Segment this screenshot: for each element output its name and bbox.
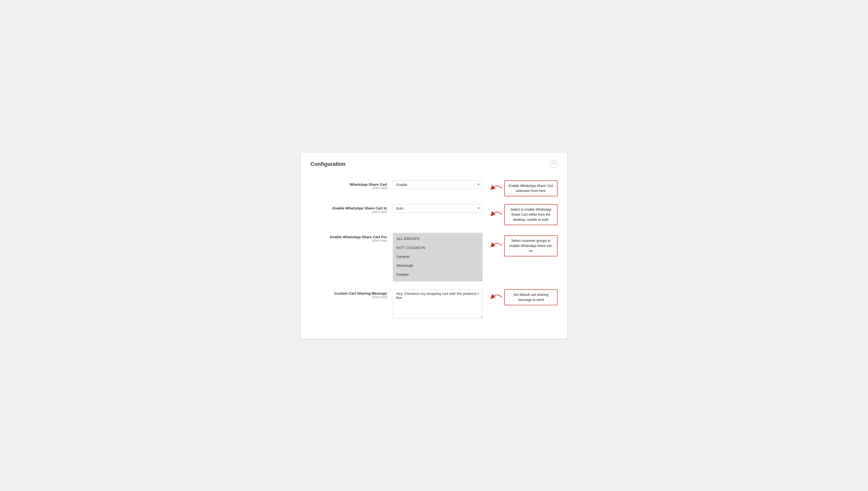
enable-for-control: ALL GROUPS NOT LOGGED IN General Wholesa…	[393, 233, 483, 282]
enable-for-tooltip-group: Select customer groups to enable WhatsAp…	[490, 235, 557, 256]
whatsapp-share-cart-label: WhatsApp Share Cart	[311, 182, 387, 186]
enable-in-select-wrapper: Both Desktop Mobile ▼	[393, 204, 483, 212]
configuration-card: Configuration ⌃ WhatsApp Share Cart [sto…	[301, 152, 567, 339]
enable-for-row: Enable WhatsApp Share Cart For [store vi…	[311, 233, 557, 282]
custom-message-label-col: Custom Cart Sharing Message [store view]	[311, 289, 393, 299]
enable-in-tooltip: Select to enable WhatsApp Share Cart eit…	[504, 204, 557, 225]
custom-message-row: Custom Cart Sharing Message [store view]…	[311, 289, 557, 319]
option-general[interactable]: General	[393, 252, 482, 261]
enable-in-row: Enable WhatsApp Share Cart In [store vie…	[311, 204, 557, 225]
enable-in-select[interactable]: Both Desktop Mobile	[393, 204, 483, 212]
curved-arrow-icon-3	[490, 240, 504, 252]
enable-for-label-col: Enable WhatsApp Share Cart For [store vi…	[311, 233, 393, 242]
option-all-groups[interactable]: ALL GROUPS	[393, 234, 482, 243]
card-title: Configuration	[311, 161, 345, 167]
chevron-up-icon: ⌃	[552, 162, 555, 166]
custom-message-tooltip: Set default cart sharing message to send	[504, 289, 557, 305]
whatsapp-share-cart-select-wrapper: Enable Disable ▼	[393, 180, 483, 189]
custom-message-textarea[interactable]: Hey, Checkout my shopping cart with the …	[393, 289, 483, 318]
custom-message-sub-label: [store view]	[311, 295, 387, 299]
card-header: Configuration ⌃	[311, 160, 557, 172]
custom-message-label: Custom Cart Sharing Message	[311, 291, 387, 295]
enable-in-control: Both Desktop Mobile ▼	[393, 204, 483, 212]
whatsapp-share-cart-control: Enable Disable ▼	[393, 180, 483, 189]
collapse-button[interactable]: ⌃	[550, 160, 557, 168]
custom-message-tooltip-group: Set default cart sharing message to send	[490, 289, 557, 305]
whatsapp-share-cart-sub-label: [store view]	[311, 186, 387, 190]
curved-arrow-icon-4	[490, 291, 504, 304]
enable-in-tooltip-group: Select to enable WhatsApp Share Cart eit…	[490, 204, 557, 225]
enable-for-label: Enable WhatsApp Share Cart For	[311, 235, 387, 239]
option-retailer[interactable]: Retailer	[393, 270, 482, 279]
curved-arrow-icon	[490, 182, 504, 195]
option-wholesale[interactable]: Wholesale	[393, 261, 482, 270]
enable-for-tooltip: Select customer groups to enable WhatsAp…	[504, 235, 557, 256]
enable-for-sub-label: [store view]	[311, 239, 387, 242]
enable-in-sub-label: [store view]	[311, 210, 387, 213]
option-not-logged-in[interactable]: NOT LOGGED IN	[393, 243, 482, 252]
whatsapp-share-cart-select[interactable]: Enable Disable	[393, 180, 483, 189]
whatsapp-share-cart-tooltip: Enable WhatsApp Share Cart extension fro…	[504, 180, 557, 196]
whatsapp-share-cart-row: WhatsApp Share Cart [store view] Enable …	[311, 180, 557, 196]
enable-for-multiselect[interactable]: ALL GROUPS NOT LOGGED IN General Wholesa…	[393, 233, 483, 281]
whatsapp-share-cart-tooltip-group: Enable WhatsApp Share Cart extension fro…	[490, 180, 557, 196]
enable-in-label: Enable WhatsApp Share Cart In	[311, 206, 387, 210]
curved-arrow-icon-2	[490, 208, 504, 221]
whatsapp-share-cart-label-col: WhatsApp Share Cart [store view]	[311, 180, 393, 190]
enable-in-label-col: Enable WhatsApp Share Cart In [store vie…	[311, 204, 393, 213]
custom-message-control: Hey, Checkout my shopping cart with the …	[393, 289, 483, 319]
